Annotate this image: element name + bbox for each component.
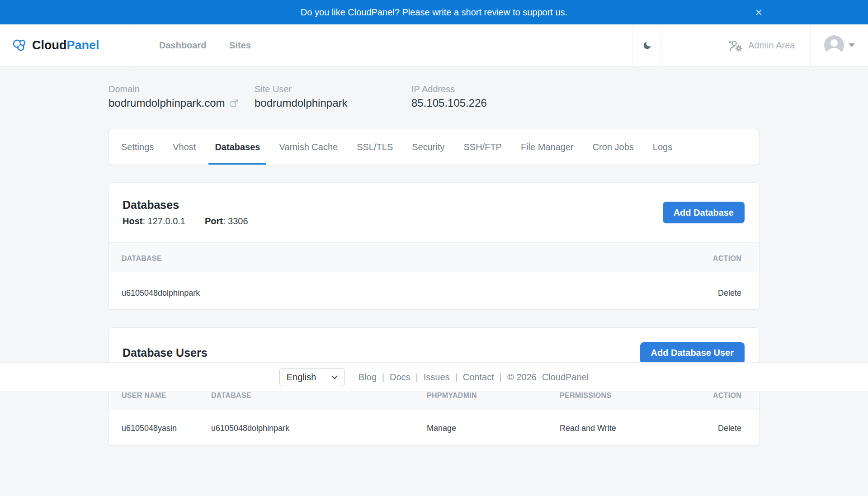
tab-vhost[interactable]: Vhost	[166, 129, 202, 165]
col-permissions: PERMISSIONS	[560, 392, 713, 400]
header-divider	[810, 24, 811, 66]
database-name: u6105048dolphinpark	[122, 288, 718, 298]
delete-database-user-link[interactable]: Delete	[718, 424, 741, 433]
col-phpmyadmin: PHPMYADMIN	[427, 392, 560, 400]
add-database-button[interactable]: Add Database	[663, 202, 745, 223]
site-user-label: Site User	[255, 84, 411, 94]
footer-link-docs[interactable]: Docs	[390, 372, 410, 383]
header-divider	[133, 24, 133, 66]
col-user-name: USER NAME	[122, 392, 211, 400]
tab-logs[interactable]: Logs	[646, 129, 679, 165]
top-header: CloudPanel Dashboard Sites Admin Area	[0, 24, 868, 66]
delete-database-link[interactable]: Delete	[718, 288, 741, 298]
site-info: Domain bodrumdolphinpark.com Site User b…	[108, 84, 760, 109]
tab-ssh-ftp[interactable]: SSH/FTP	[457, 129, 508, 165]
user-name: u6105048yasin	[122, 424, 211, 433]
tab-file-manager[interactable]: File Manager	[514, 129, 580, 165]
page-footer: English Blog| Docs| Issues| Contact| © 2…	[0, 362, 868, 392]
domain-label: Domain	[108, 84, 255, 94]
databases-card: Databases Host: 127.0.0.1Port: 3306 Add …	[108, 182, 760, 310]
databases-table-header: DATABASE ACTION	[109, 243, 759, 272]
cloudpanel-logo[interactable]: CloudPanel	[12, 24, 99, 66]
chevron-down-icon	[849, 43, 855, 47]
footer-link-blog[interactable]: Blog	[359, 372, 377, 383]
tab-ssl-tls[interactable]: SSL/TLS	[350, 129, 399, 165]
chevron-down-icon	[331, 375, 338, 379]
col-action: ACTION	[713, 392, 741, 400]
user-menu[interactable]	[824, 24, 855, 66]
separator: |	[500, 372, 502, 383]
external-link-icon[interactable]	[230, 99, 238, 107]
user-permissions: Read and Write	[560, 424, 718, 433]
phpmyadmin-manage-link[interactable]: Manage	[427, 424, 560, 433]
footer-link-contact[interactable]: Contact	[463, 372, 494, 383]
database-users-title: Database Users	[123, 346, 208, 359]
review-banner-message: Do you like CloudPanel? Please write a s…	[301, 7, 567, 18]
tab-security[interactable]: Security	[406, 129, 451, 165]
review-banner: Do you like CloudPanel? Please write a s…	[0, 0, 868, 24]
admin-area-button[interactable]: Admin Area	[728, 24, 795, 66]
footer-brand[interactable]: CloudPanel	[542, 372, 589, 383]
moon-icon	[642, 41, 652, 50]
brand-name: CloudPanel	[32, 38, 99, 52]
footer-links: Blog| Docs| Issues| Contact| © 2026 Clou…	[359, 372, 589, 383]
header-divider	[632, 24, 632, 66]
tab-cron-jobs[interactable]: Cron Jobs	[586, 129, 640, 165]
users-gear-icon	[728, 39, 742, 52]
tab-varnish-cache[interactable]: Varnish Cache	[273, 129, 344, 165]
avatar	[824, 35, 844, 55]
user-database: u6105048dolphinpark	[211, 424, 427, 433]
domain-value: bodrumdolphinpark.com	[108, 96, 225, 109]
copyright: © 2026	[507, 372, 537, 383]
cloud-logo-icon	[12, 38, 28, 52]
language-select[interactable]: English	[279, 368, 345, 386]
admin-area-label: Admin Area	[748, 40, 795, 51]
close-icon[interactable]: ✕	[755, 8, 763, 17]
host-port-line: Host: 127.0.0.1Port: 3306	[123, 216, 248, 227]
site-user-value: bodrumdolphinpark	[255, 96, 347, 109]
ip-address-value: 85.105.105.226	[411, 96, 487, 109]
dark-mode-toggle[interactable]	[638, 24, 656, 66]
col-database: DATABASE	[122, 255, 713, 263]
footer-link-issues[interactable]: Issues	[424, 372, 450, 383]
separator: |	[382, 372, 384, 383]
header-divider	[661, 24, 661, 66]
nav-sites[interactable]: Sites	[229, 24, 251, 66]
ip-address-label: IP Address	[411, 84, 487, 94]
language-value: English	[287, 372, 316, 383]
site-tabs: Settings Vhost Databases Varnish Cache S…	[108, 129, 760, 165]
add-database-user-button[interactable]: Add Database User	[640, 342, 745, 364]
nav-dashboard[interactable]: Dashboard	[159, 24, 206, 66]
col-action: ACTION	[713, 255, 741, 263]
separator: |	[455, 372, 458, 383]
database-row: u6105048dolphinpark Delete	[109, 272, 759, 309]
separator: |	[416, 372, 418, 383]
database-user-row: u6105048yasin u6105048dolphinpark Manage…	[109, 410, 759, 445]
databases-title: Databases	[123, 198, 248, 212]
col-database: DATABASE	[211, 392, 427, 400]
tab-databases[interactable]: Databases	[208, 129, 266, 165]
tab-settings[interactable]: Settings	[115, 129, 160, 165]
